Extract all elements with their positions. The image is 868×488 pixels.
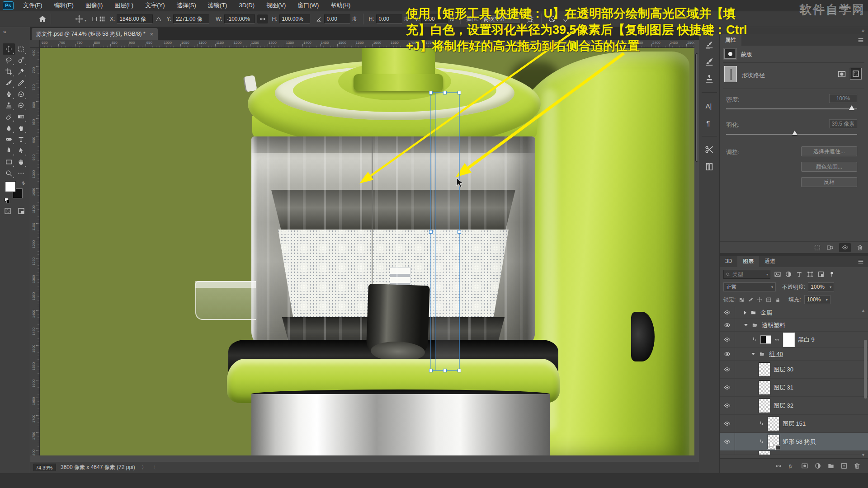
reference-point-grid-icon[interactable] — [99, 16, 105, 22]
move-tool[interactable] — [3, 43, 15, 55]
layer-row-body[interactable]: 图层 151 — [735, 417, 868, 431]
layer-row-body[interactable]: 矩形 58 拷贝 — [735, 435, 868, 449]
lock-artboard-icon[interactable] — [766, 297, 772, 303]
lasso-tool[interactable] — [3, 55, 15, 66]
smudge-tool[interactable] — [15, 122, 27, 134]
layer-row-body[interactable]: 黑白 9 — [735, 333, 868, 347]
visibility-toggle[interactable] — [720, 379, 735, 396]
character-panel-icon[interactable]: A| — [704, 101, 714, 111]
lock-transparency-icon[interactable] — [739, 297, 745, 303]
layer-thumbnail[interactable] — [759, 399, 770, 413]
opacity-input[interactable]: 100%▾ — [808, 282, 834, 291]
eraser-tool[interactable] — [3, 111, 15, 122]
layer-style-icon[interactable]: fx — [788, 462, 795, 469]
blend-mode-select[interactable]: 正常▾ — [723, 282, 776, 291]
tab-通道[interactable]: 通道 — [759, 256, 781, 267]
sponge-tool[interactable] — [3, 134, 15, 145]
density-input[interactable]: 100% — [829, 94, 857, 103]
properties-menu-icon[interactable] — [857, 37, 864, 44]
layer-row[interactable]: 矩形 58 拷贝 — [720, 433, 868, 451]
layer-row-body[interactable] — [735, 451, 868, 455]
zoom-level-input[interactable]: 74.39% — [33, 464, 56, 471]
mask-thumbnail[interactable] — [783, 333, 795, 347]
visibility-toggle[interactable] — [720, 433, 735, 450]
density-slider[interactable] — [726, 108, 857, 109]
status-chevron-right[interactable]: 〉 — [142, 464, 147, 471]
layer-row-body[interactable]: 图层 31 — [735, 380, 868, 395]
canvas[interactable] — [40, 48, 694, 455]
foreground-color-swatch[interactable] — [5, 182, 15, 192]
layer-row-body[interactable]: 透明塑料 — [735, 321, 868, 329]
link-dimensions-icon[interactable] — [257, 14, 268, 23]
edit-toolbar-ellipsis[interactable] — [15, 168, 27, 179]
history-brush-tool[interactable] — [15, 89, 27, 100]
menu-item-1[interactable]: 编辑(E) — [48, 0, 80, 11]
layer-row-body[interactable]: 组 40 — [735, 350, 868, 358]
zoom-tool[interactable] — [3, 168, 15, 179]
visibility-toggle[interactable] — [720, 415, 735, 432]
layer-thumbnail[interactable] — [759, 451, 770, 455]
art-history-brush-tool[interactable] — [15, 100, 27, 111]
fill-input[interactable]: 100%▾ — [804, 295, 830, 304]
delete-layer-icon[interactable] — [854, 462, 861, 469]
relative-position-icon[interactable] — [156, 16, 162, 22]
density-slider-thumb[interactable] — [849, 105, 854, 110]
tab-图层[interactable]: 图层 — [737, 256, 759, 267]
pencil-tool[interactable] — [15, 77, 27, 89]
lock-position-icon[interactable] — [757, 297, 763, 303]
crop-tool[interactable] — [3, 66, 15, 77]
screen-mode-icon[interactable] — [17, 207, 25, 215]
feather-input[interactable]: 39.5 像素 — [829, 119, 857, 128]
quick-mask-icon[interactable] — [4, 207, 12, 215]
type-tool[interactable] — [15, 134, 27, 145]
layers-scrollbar[interactable] — [864, 340, 867, 399]
layer-row[interactable]: 金属 — [720, 306, 868, 319]
layer-thumbnail[interactable] — [768, 417, 779, 431]
mask-visibility-icon[interactable] — [842, 244, 849, 251]
path-selection-tool[interactable] — [15, 145, 27, 156]
status-chevron-left[interactable]: 〈 — [151, 464, 156, 471]
mask-badge-icon[interactable] — [724, 49, 736, 59]
pen-tool[interactable] — [3, 145, 15, 156]
close-document-icon[interactable]: × — [150, 31, 154, 38]
brush-settings-panel-icon[interactable] — [704, 40, 714, 50]
paragraph-panel-icon[interactable]: ¶ — [704, 118, 714, 128]
layers-menu-icon[interactable] — [857, 258, 864, 265]
menu-item-9[interactable]: 窗口(W) — [292, 0, 325, 11]
canvas-scrollbar[interactable] — [694, 40, 699, 455]
add-layer-mask-icon[interactable] — [801, 462, 808, 469]
menu-item-2[interactable]: 图像(I) — [80, 0, 108, 11]
document-tab[interactable]: 源文件.psd @ 74.4% (矩形 58 拷贝, RGB/8) * × — [32, 28, 158, 40]
libraries-panel-icon[interactable] — [704, 162, 714, 172]
shape-path-thumbnail[interactable] — [724, 66, 737, 82]
quick-selection-tool[interactable] — [15, 55, 27, 66]
visibility-toggle[interactable] — [720, 348, 735, 360]
link-layers-icon[interactable] — [775, 462, 782, 469]
snapshot-panel-icon[interactable] — [704, 145, 714, 155]
blur-tool[interactable] — [3, 122, 15, 134]
layer-row[interactable]: 图层 151 — [720, 415, 868, 433]
menu-item-5[interactable]: 选择(S) — [170, 0, 202, 11]
x-input[interactable]: 1848.00 像 — [117, 14, 153, 23]
feather-slider[interactable] — [726, 134, 857, 135]
delete-mask-icon[interactable] — [856, 244, 863, 251]
eyedropper-tool[interactable] — [15, 66, 27, 77]
mixer-brush-tool[interactable] — [3, 89, 15, 100]
menu-item-10[interactable]: 帮助(H) — [325, 0, 356, 11]
lock-pixels-icon[interactable] — [748, 297, 754, 303]
vector-mask-button[interactable] — [850, 68, 862, 80]
layer-row[interactable]: 图层 32 — [720, 397, 868, 415]
new-layer-icon[interactable] — [840, 462, 848, 469]
new-adjustment-layer-icon[interactable] — [814, 462, 821, 469]
tab-3D[interactable]: 3D — [720, 256, 737, 267]
feather-slider-thumb[interactable] — [792, 131, 797, 135]
layer-thumbnail[interactable] — [768, 435, 779, 449]
filter-pixel-layers-icon[interactable] — [774, 271, 781, 278]
group-caret[interactable] — [751, 353, 755, 355]
adjustment-thumbnail[interactable] — [760, 335, 771, 344]
h-skew-input[interactable]: 0.00 — [376, 14, 402, 23]
menu-item-6[interactable]: 滤镜(T) — [202, 0, 233, 11]
w-input[interactable]: -100.00% — [224, 14, 255, 23]
new-group-icon[interactable] — [827, 462, 835, 469]
marquee-tool[interactable] — [15, 43, 27, 55]
